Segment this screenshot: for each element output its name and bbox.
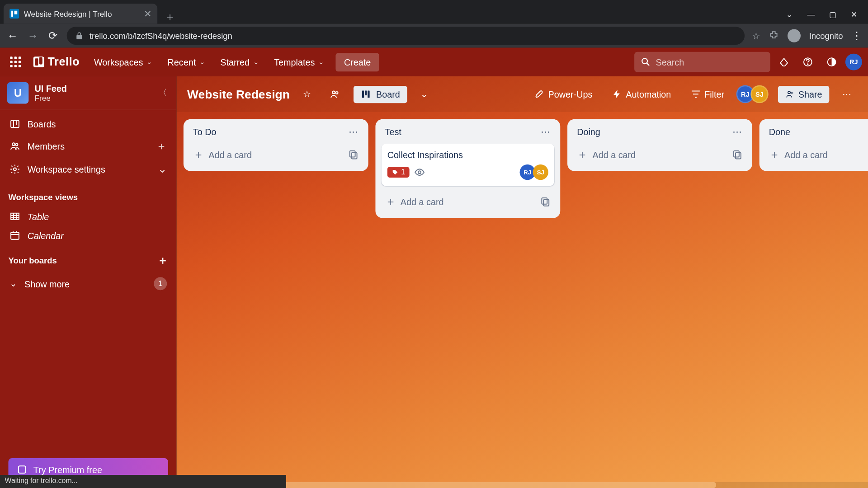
svg-rect-4: [11, 120, 19, 127]
view-dropdown-button[interactable]: ⌄: [414, 85, 434, 103]
list-title[interactable]: Doing: [577, 127, 733, 137]
list[interactable]: Test⋯Collect Inspirations1RJSJ＋Add a car…: [376, 119, 561, 218]
view-label: Calendar: [28, 230, 64, 240]
nav-recent[interactable]: Recent⌄: [161, 53, 211, 70]
sidebar-item-members[interactable]: Members ＋: [0, 134, 176, 158]
add-card-button[interactable]: ＋Add a card: [189, 144, 362, 165]
svg-rect-17: [350, 151, 355, 157]
close-window-icon[interactable]: ✕: [851, 10, 858, 19]
sidebar-view-table[interactable]: Table: [0, 207, 176, 226]
workspace-badge: U: [7, 82, 28, 103]
svg-rect-9: [11, 232, 19, 239]
nav-label: Recent: [167, 57, 196, 67]
chevron-down-icon[interactable]: ⌄: [158, 163, 167, 176]
svg-point-11: [332, 91, 335, 94]
nav-starred[interactable]: Starred⌄: [214, 53, 264, 70]
list-menu-icon[interactable]: ⋯: [349, 127, 359, 138]
workspace-visibility-button[interactable]: [324, 85, 346, 103]
rocket-icon: [534, 89, 545, 99]
account-avatar[interactable]: RJ: [845, 54, 862, 70]
add-card-button[interactable]: ＋Add a card: [574, 144, 746, 165]
add-card-button[interactable]: ＋Add a card: [765, 144, 868, 165]
board-member-avatar[interactable]: SJ: [750, 85, 769, 103]
add-card-label: Add a card: [593, 149, 636, 159]
card[interactable]: Collect Inspirations1RJSJ: [382, 144, 554, 186]
lists-container[interactable]: To Do⋯＋Add a cardTest⋯Collect Inspiratio…: [176, 112, 868, 488]
plus-icon: ＋: [385, 194, 396, 209]
sidebar-item-boards[interactable]: Boards: [0, 114, 176, 134]
incognito-label: Incognito: [809, 31, 843, 41]
nav-templates[interactable]: Templates⌄: [268, 53, 330, 70]
card-member-avatar[interactable]: SJ: [533, 164, 548, 180]
svg-rect-22: [734, 151, 739, 157]
people-icon: [330, 89, 340, 99]
chevron-down-icon: ⌄: [420, 89, 428, 99]
workspace-name: UI Feed: [34, 84, 150, 94]
template-icon[interactable]: [348, 149, 359, 160]
list[interactable]: To Do⋯＋Add a card: [184, 119, 368, 171]
list[interactable]: Done⋯＋Add a card: [760, 119, 868, 171]
sidebar-item-label: Workspace settings: [28, 164, 105, 174]
add-card-button[interactable]: ＋Add a card: [382, 191, 554, 212]
list-title[interactable]: Test: [385, 127, 541, 137]
browser-menu-icon[interactable]: ⋮: [851, 29, 862, 42]
list[interactable]: Doing⋯＋Add a card: [567, 119, 752, 171]
add-board-icon[interactable]: ＋: [157, 253, 168, 267]
forward-button[interactable]: →: [26, 29, 39, 42]
card-title: Collect Inspirations: [387, 150, 548, 160]
nav-label: Starred: [220, 57, 250, 67]
minimize-icon[interactable]: —: [807, 10, 815, 19]
trello-logo-icon: [33, 56, 44, 67]
collapse-sidebar-button[interactable]: 〈: [156, 85, 169, 101]
list-menu-icon[interactable]: ⋯: [541, 127, 551, 138]
help-icon[interactable]: [797, 52, 818, 72]
notifications-icon[interactable]: [774, 52, 794, 72]
list-menu-icon[interactable]: ⋯: [733, 127, 743, 138]
extensions-icon[interactable]: [769, 30, 779, 41]
power-ups-button[interactable]: Power-Ups: [528, 85, 599, 103]
tabs-dropdown-icon[interactable]: ⌄: [786, 10, 793, 19]
search-box[interactable]: [634, 52, 770, 72]
browser-tab[interactable]: Website Redesign | Trello ✕: [4, 4, 157, 24]
star-board-button[interactable]: ☆: [297, 85, 317, 103]
svg-point-16: [788, 91, 790, 94]
show-more-button[interactable]: ⌄ Show more 1: [0, 272, 176, 295]
calendar-icon: [9, 230, 20, 241]
incognito-icon[interactable]: [788, 29, 801, 42]
theme-icon[interactable]: [821, 52, 842, 72]
reload-button[interactable]: ⟳: [47, 29, 60, 42]
app-switcher-button[interactable]: [6, 52, 25, 71]
bookmark-star-icon[interactable]: ☆: [752, 30, 760, 42]
svg-rect-13: [362, 90, 364, 98]
template-icon[interactable]: [540, 196, 551, 207]
back-button[interactable]: ←: [6, 29, 19, 42]
plus-icon: ＋: [577, 147, 588, 162]
maximize-icon[interactable]: ▢: [829, 10, 836, 19]
template-icon[interactable]: [732, 149, 743, 160]
search-input[interactable]: [656, 57, 764, 67]
board-menu-button[interactable]: ⋯: [836, 85, 857, 103]
list-title[interactable]: Done: [769, 127, 868, 137]
board-title[interactable]: Website Redesign: [187, 87, 290, 101]
sidebar-item-settings[interactable]: Workspace settings ⌄: [0, 158, 176, 180]
label-badge[interactable]: 1: [387, 167, 409, 178]
svg-rect-20: [542, 198, 547, 204]
add-member-icon[interactable]: ＋: [156, 139, 167, 153]
share-button[interactable]: Share: [778, 85, 829, 103]
url-bar[interactable]: trello.com/b/lzcfSh4q/website-redesign: [67, 27, 745, 45]
automation-button[interactable]: Automation: [605, 85, 677, 103]
create-button[interactable]: Create: [336, 53, 379, 71]
tab-close-icon[interactable]: ✕: [144, 8, 151, 19]
watching-icon: [414, 167, 425, 178]
sidebar-view-calendar[interactable]: Calendar: [0, 226, 176, 245]
add-card-label: Add a card: [784, 149, 828, 159]
filter-button[interactable]: Filter: [684, 85, 730, 103]
nav-workspaces[interactable]: Workspaces⌄: [88, 53, 158, 70]
list-title[interactable]: To Do: [193, 127, 349, 137]
filter-icon: [690, 89, 701, 99]
trello-logo[interactable]: Trello: [28, 56, 85, 69]
board-view-switcher[interactable]: Board: [354, 85, 407, 103]
premium-icon: [17, 464, 28, 475]
new-tab-button[interactable]: ＋: [157, 9, 182, 24]
button-label: Power-Ups: [548, 89, 593, 99]
